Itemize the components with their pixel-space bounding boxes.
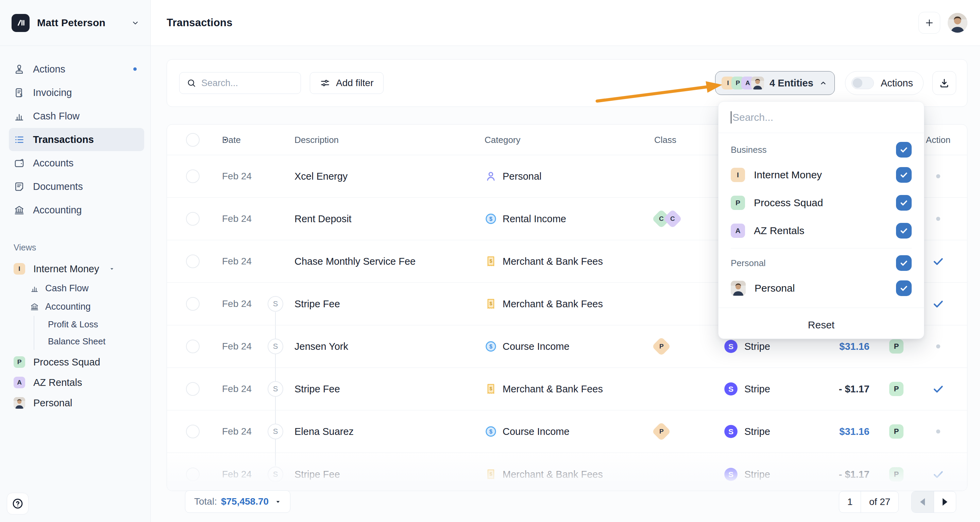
view-subitem-balance-sheet[interactable]: Balance Sheet [48,333,146,350]
status-dot [936,217,940,221]
entity-option-process-squad[interactable]: PProcess Squad [731,189,912,217]
question-icon [11,498,24,510]
approve-check-icon[interactable] [932,383,945,396]
doc-icon [14,181,25,192]
svg-text:S: S [729,428,733,436]
cell-action [923,468,953,481]
select-all-checkbox[interactable] [186,133,200,147]
cell-action [923,429,953,434]
actions-toggle[interactable]: Actions [845,71,924,95]
sidebar-item-actions[interactable]: Actions [9,57,144,81]
cell-category: $Rental Income [485,213,566,225]
sidebar-item-transactions[interactable]: Transactions [9,128,144,151]
chevron-down-icon [130,18,140,27]
cell-account: SStripe [723,466,770,482]
view-subitem-cash-flow[interactable]: Cash Flow [9,279,146,297]
list-icon [14,134,25,145]
total-pill[interactable]: Total: $75,458.70 [185,490,290,513]
sidebar-item-invoicing[interactable]: $Invoicing [9,81,144,104]
row-checkbox[interactable] [186,169,200,183]
sidebar-item-cash-flow[interactable]: Cash Flow [9,104,144,128]
page-total: of 27 [861,492,898,512]
checkbox-checked[interactable] [896,167,912,183]
page-header: Transactions [151,0,980,46]
column-header-class[interactable]: Class [654,134,676,145]
total-value: $75,458.70 [221,496,269,507]
dropdown-search-box [719,102,924,133]
entities-filter-button[interactable]: IPA 4 Entities [715,71,835,95]
approve-check-icon[interactable] [932,255,945,268]
entity-option-az-rentals[interactable]: AAZ Rentals [731,217,912,245]
checkbox-checked[interactable] [896,223,912,239]
row-checkbox[interactable] [186,212,200,226]
reset-button[interactable]: Reset [719,311,924,338]
user-avatar[interactable] [948,13,967,33]
table-row[interactable]: Feb 24SStripe Fee$Merchant & Bank FeesSS… [167,453,967,491]
column-header-action[interactable]: Action [923,134,953,145]
add-filter-button[interactable]: Add filter [310,72,383,94]
help-button[interactable] [7,493,29,514]
view-item-internet-money[interactable]: IInternet Money [9,259,146,279]
workspace-switcher[interactable]: Matt Peterson [0,0,150,46]
sidebar-item-accounts[interactable]: Accounts [9,152,144,174]
approve-check-icon[interactable] [932,297,945,310]
cell-date: Feb 24 [222,171,251,182]
row-checkbox[interactable] [186,382,200,396]
cell-description: Rent Deposit [294,213,352,225]
caret-down-icon [108,265,115,272]
sidebar-item-label: Accounts [33,158,73,169]
column-header-description[interactable]: Description [294,134,339,145]
view-item-az-rentals[interactable]: AAZ Rentals [9,372,146,393]
column-header-category[interactable]: Category [485,134,520,145]
checkbox-checked[interactable] [896,142,912,158]
current-page[interactable]: 1 [839,492,861,512]
toggle-switch[interactable] [851,77,874,89]
export-button[interactable] [932,71,956,95]
view-item-process-squad[interactable]: PProcess Squad [9,352,146,372]
bars-icon [14,110,25,122]
row-checkbox[interactable] [186,255,200,268]
entity-option-internet-money[interactable]: IInternet Money [731,161,912,189]
entity-badge: A [731,223,745,238]
view-subtree: Profit & LossBalance Sheet [33,316,146,350]
checkbox-checked[interactable] [896,280,912,296]
checkbox-checked[interactable] [896,195,912,211]
bank-icon [14,204,25,216]
sidebar-item-documents[interactable]: Documents [9,175,144,198]
download-icon [939,77,950,89]
view-subitem-accounting[interactable]: Accounting [9,297,146,316]
search-input[interactable] [201,78,294,88]
app-logo-icon [11,14,30,32]
table-row[interactable]: Feb 24SElena Suarez$Course IncomePSStrip… [167,410,967,453]
svg-text:$: $ [20,93,22,98]
row-checkbox[interactable] [186,297,200,311]
bank-icon [30,302,39,311]
dropdown-search-input[interactable] [732,112,912,123]
class-badge: P [652,422,671,441]
view-subitem-profit-loss[interactable]: Profit & Loss [48,316,146,333]
coin-icon: $ [485,340,497,353]
cell-account: SStripe [723,339,770,354]
next-page-button[interactable] [934,492,956,512]
caret-down-icon [275,498,281,505]
row-checkbox[interactable] [186,468,200,481]
sidebar-item-accounting[interactable]: Accounting [9,198,144,222]
svg-text:$: $ [489,258,492,264]
cell-action [923,297,953,310]
paid-badge: P [889,339,904,354]
view-item-personal[interactable]: Personal [9,393,146,413]
row-checkbox[interactable] [186,425,200,438]
checkbox-checked[interactable] [896,255,912,271]
add-new-button[interactable] [918,12,940,34]
entity-dropdown-menu: BusinessIInternet MoneyPProcess SquadAAZ… [718,101,924,339]
svg-text:$: $ [489,386,492,391]
workspace-name: Matt Peterson [37,17,105,29]
prev-page-button[interactable] [912,492,934,512]
sidebar-item-label: Documents [33,181,83,192]
approve-check-icon[interactable] [932,468,945,481]
entity-badge: A [14,377,25,388]
entity-option-personal[interactable]: Personal [731,274,912,302]
table-row[interactable]: Feb 24SStripe Fee$Merchant & Bank FeesSS… [167,368,967,410]
cell-category: $Merchant & Bank Fees [485,468,603,480]
row-checkbox[interactable] [186,340,200,353]
